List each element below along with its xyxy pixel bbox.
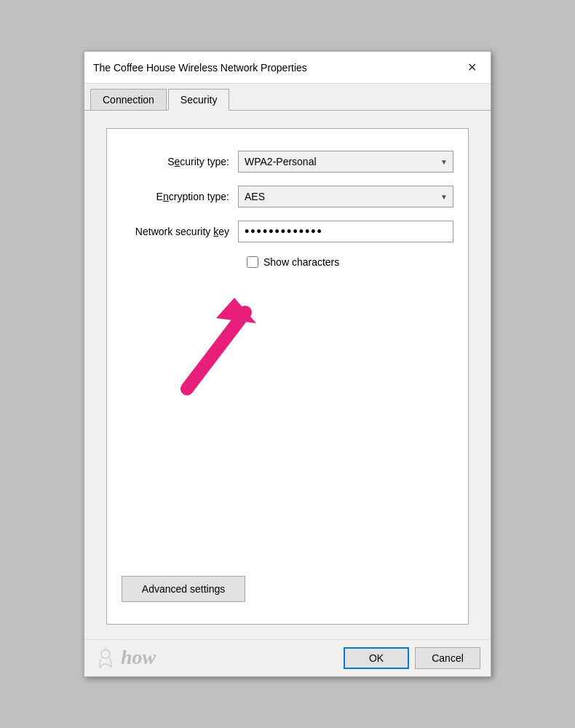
close-button[interactable]: ✕	[461, 58, 482, 78]
ok-button[interactable]: OK	[344, 647, 409, 669]
svg-point-3	[101, 650, 110, 659]
show-characters-row: Show characters	[247, 256, 453, 269]
encryption-type-label: Encryption type:	[122, 191, 238, 202]
cancel-button[interactable]: Cancel	[415, 647, 480, 669]
security-type-row: Security type: WPA2-Personal WPA-Persona…	[122, 151, 453, 173]
watermark: how	[95, 646, 156, 669]
network-key-input[interactable]	[238, 221, 453, 242]
network-key-row: Network security key	[122, 221, 453, 242]
network-key-label: Network security key	[122, 226, 238, 237]
show-characters-checkbox[interactable]	[247, 256, 258, 268]
security-type-label: Security type:	[122, 156, 238, 167]
content-panel: Security type: WPA2-Personal WPA-Persona…	[106, 128, 469, 625]
title-bar: The Coffee House Wireless Network Proper…	[84, 52, 491, 84]
arrow-svg	[143, 290, 304, 400]
dialog-window: The Coffee House Wireless Network Proper…	[84, 51, 491, 677]
encryption-type-select[interactable]: AES TKIP	[238, 186, 453, 207]
dialog-title: The Coffee House Wireless Network Proper…	[93, 62, 307, 74]
tab-bar: Connection Security	[84, 84, 491, 111]
tab-connection[interactable]: Connection	[90, 89, 167, 111]
dialog-content: Security type: WPA2-Personal WPA-Persona…	[84, 111, 491, 639]
watermark-icon	[95, 646, 116, 668]
watermark-text: how	[121, 646, 156, 669]
advanced-settings-button[interactable]: Advanced settings	[122, 576, 245, 602]
security-type-wrapper: WPA2-Personal WPA-Personal No authentica…	[238, 151, 453, 173]
security-type-select[interactable]: WPA2-Personal WPA-Personal No authentica…	[238, 151, 453, 173]
svg-line-1	[187, 312, 245, 389]
encryption-type-row: Encryption type: AES TKIP	[122, 186, 453, 207]
show-characters-label[interactable]: Show characters	[263, 256, 340, 269]
arrow-annotation	[143, 290, 453, 407]
tab-security[interactable]: Security	[168, 89, 230, 111]
network-key-wrapper	[238, 221, 453, 242]
encryption-type-wrapper: AES TKIP	[238, 186, 453, 207]
